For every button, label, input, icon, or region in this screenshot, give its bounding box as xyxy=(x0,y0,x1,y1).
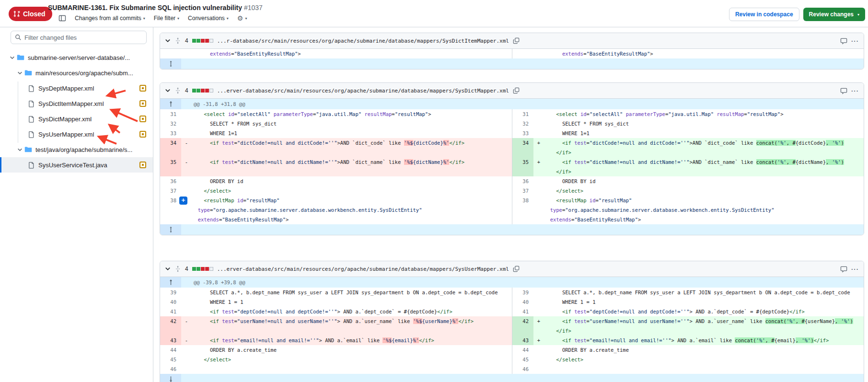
file-icon xyxy=(28,116,35,123)
comments-button[interactable] xyxy=(840,87,847,94)
diff-cell: 32 SELECT * FROM sys_dict xyxy=(160,119,512,128)
diff-cell: 36 ORDER BY id xyxy=(160,176,512,186)
line-number[interactable]: 43 xyxy=(512,336,533,345)
code-line: SELECT a.*, b.dept_name FROM sys_user a … xyxy=(544,288,864,297)
copy-path-button[interactable] xyxy=(513,37,520,44)
line-number[interactable]: 35 xyxy=(160,157,181,176)
diff-settings-dropdown[interactable]: ⚙ ▾ xyxy=(237,14,247,22)
line-number[interactable]: 45 xyxy=(512,355,533,364)
line-number[interactable]: 41 xyxy=(512,307,533,316)
add-comment-button[interactable]: + xyxy=(179,197,187,205)
line-number[interactable]: 42 xyxy=(160,316,181,336)
expand-hunk-button[interactable] xyxy=(160,277,181,288)
line-number[interactable]: 40 xyxy=(512,297,533,307)
code-line: <if test="dictName!=null and dictName!='… xyxy=(544,157,864,167)
diff-cell: 46 xyxy=(512,364,864,374)
diff-cell: 44 ORDER BY a.create_time xyxy=(160,345,512,355)
diff-marker xyxy=(533,49,544,58)
tree-file-sysdictitemmapper-xml[interactable]: SysDictItemMapper.xml xyxy=(0,96,153,111)
tree-file-sysusermapper-xml[interactable]: SysUserMapper.xml xyxy=(0,127,153,142)
code-line: type="org.apache.submarine.server.databa… xyxy=(192,205,512,215)
file-options-button[interactable]: ··· xyxy=(851,37,859,45)
code-line: ORDER BY a.create_time xyxy=(544,345,864,355)
line-number[interactable]: 32 xyxy=(160,119,181,128)
changes-count: 4 xyxy=(185,266,188,272)
line-number[interactable]: 43 xyxy=(160,336,181,345)
collapse-file-chevron-icon[interactable] xyxy=(165,38,171,44)
line-number[interactable]: 36 xyxy=(512,176,533,186)
line-number[interactable]: 32 xyxy=(512,119,533,128)
line-number[interactable]: 35 xyxy=(512,157,533,176)
tree-folder-test-java-org-apache-submarine-s-[interactable]: test/java/org/apache/submarine/s... xyxy=(0,142,153,157)
tree-file-sysdeptmapper-xml[interactable]: SysDeptMapper.xml xyxy=(0,81,153,96)
collapse-file-chevron-icon[interactable] xyxy=(165,88,171,93)
tree-folder-submarine-server-server-database-[interactable]: submarine-server/server-database/... xyxy=(0,50,153,65)
line-number[interactable]: 37 xyxy=(160,186,181,196)
expand-diff-button[interactable] xyxy=(160,374,181,382)
collapse-file-chevron-icon[interactable] xyxy=(165,266,171,272)
diff-marker xyxy=(181,49,192,58)
line-number[interactable]: 46 xyxy=(160,364,181,374)
line-number[interactable]: 34 xyxy=(512,138,533,157)
line-number[interactable]: 33 xyxy=(512,128,533,138)
line-number[interactable]: 31 xyxy=(512,109,533,119)
line-number[interactable]: 41 xyxy=(160,307,181,316)
copy-path-button[interactable] xyxy=(513,266,520,272)
expand-hunk-button[interactable] xyxy=(160,99,181,109)
copy-path-button[interactable] xyxy=(513,87,520,94)
review-in-codespace-button[interactable]: Review in codespace xyxy=(729,8,799,21)
line-number[interactable] xyxy=(512,49,533,58)
drag-handle-icon[interactable] xyxy=(174,37,181,44)
file-options-button[interactable]: ··· xyxy=(851,87,859,94)
chevron-down-icon: ▾ xyxy=(227,16,229,21)
comments-button[interactable] xyxy=(840,37,847,45)
diff-marker xyxy=(181,297,192,307)
line-number[interactable] xyxy=(160,49,181,58)
line-number[interactable]: 33 xyxy=(160,128,181,138)
line-number[interactable]: 36 xyxy=(160,176,181,186)
file-icon xyxy=(28,131,35,138)
code-line: </if> xyxy=(544,148,864,157)
diff-marker xyxy=(533,186,544,196)
changed-files-tree: submarine-server/server-database/... mai… xyxy=(0,50,153,173)
pr-closed-icon xyxy=(13,11,20,17)
expand-diff-button[interactable] xyxy=(160,58,181,69)
file-filter-input[interactable]: Filter changed files xyxy=(11,31,147,44)
file-filter-dropdown[interactable]: File filter ▾ xyxy=(154,15,179,22)
line-number[interactable]: 45 xyxy=(160,355,181,364)
line-number[interactable]: 39 xyxy=(512,288,533,297)
drag-handle-icon[interactable] xyxy=(174,266,181,272)
expand-diff-button[interactable] xyxy=(160,224,181,235)
line-number[interactable]: 37 xyxy=(512,186,533,196)
folder-icon xyxy=(17,54,24,61)
line-number[interactable]: 42 xyxy=(512,316,533,336)
diff-marker xyxy=(533,128,544,138)
line-number[interactable]: 39 xyxy=(160,288,181,297)
line-number[interactable]: 44 xyxy=(512,345,533,355)
line-number[interactable]: 38 xyxy=(512,196,533,224)
changes-from-dropdown[interactable]: Changes from all commits ▾ xyxy=(75,15,145,22)
code-line: <if test="email!=null and email!=''"> AN… xyxy=(544,336,864,345)
line-number[interactable]: 31 xyxy=(160,109,181,119)
line-number[interactable]: 38+ xyxy=(160,196,181,224)
conversations-dropdown[interactable]: Conversations ▾ xyxy=(188,15,229,22)
line-number[interactable]: 46 xyxy=(512,364,533,374)
code-line: </select> xyxy=(544,186,864,196)
line-number[interactable]: 44 xyxy=(160,345,181,355)
tree-folder-main-resources-org-apache-subm-[interactable]: main/resources/org/apache/subm... xyxy=(0,65,153,81)
line-number[interactable]: 34 xyxy=(160,138,181,157)
diffstat-blocks xyxy=(192,39,213,43)
file-options-button[interactable]: ··· xyxy=(851,266,859,273)
review-changes-button[interactable]: Review changes ▾ xyxy=(803,8,865,21)
tree-file-sysdictmapper-xml[interactable]: SysDictMapper.xml xyxy=(0,111,153,127)
sidebar-toggle-icon[interactable] xyxy=(58,14,66,22)
code-line: </if> xyxy=(544,326,864,336)
comments-button[interactable] xyxy=(840,266,847,273)
line-number[interactable]: 40 xyxy=(160,297,181,307)
expand-down-icon xyxy=(168,376,174,382)
tree-file-sysuserservicetest-java[interactable]: SysUserServiceTest.java xyxy=(0,157,153,173)
file-icon xyxy=(28,100,35,107)
diff-marker xyxy=(533,119,544,128)
code-line: WHERE 1=1 xyxy=(544,128,864,138)
drag-handle-icon[interactable] xyxy=(174,87,181,94)
